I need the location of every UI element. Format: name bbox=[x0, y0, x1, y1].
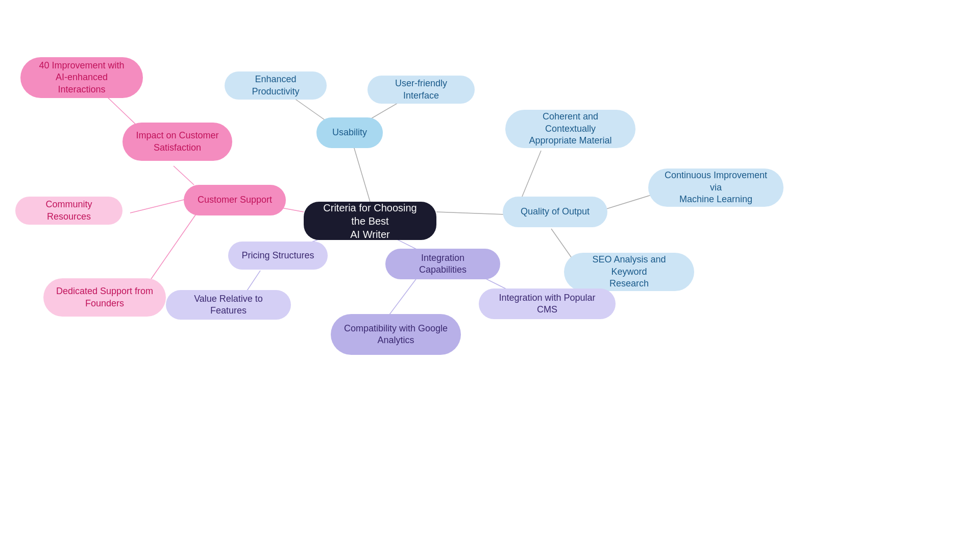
svg-line-10 bbox=[605, 194, 654, 209]
enhanced-productivity-label: Enhanced Productivity bbox=[236, 74, 315, 98]
customer-support-label: Customer Support bbox=[198, 194, 272, 206]
enhanced-productivity-node: Enhanced Productivity bbox=[225, 71, 327, 100]
seo-analysis-node: SEO Analysis and Keyword Research bbox=[564, 253, 694, 291]
ai-improvement-node: 40 Improvement with AI-enhanced Interact… bbox=[20, 57, 143, 98]
svg-line-5 bbox=[130, 199, 186, 213]
dedicated-support-label: Dedicated Support from Founders bbox=[56, 285, 153, 309]
ai-improvement-label: 40 Improvement with AI-enhanced Interact… bbox=[32, 60, 132, 95]
quality-output-label: Quality of Output bbox=[521, 206, 590, 218]
integration-cms-label: Integration with Popular CMS bbox=[490, 292, 604, 316]
impact-satisfaction-label: Impact on Customer Satisfaction bbox=[136, 130, 218, 154]
center-label: Criteria for Choosing the Best AI Writer bbox=[315, 201, 425, 241]
quality-output-node: Quality of Output bbox=[503, 197, 607, 227]
pricing-structures-label: Pricing Structures bbox=[241, 250, 314, 261]
value-relative-label: Value Relative to Features bbox=[177, 293, 280, 317]
svg-line-9 bbox=[521, 151, 541, 200]
svg-line-8 bbox=[436, 212, 505, 214]
user-friendly-node: User-friendly Interface bbox=[368, 76, 475, 104]
community-resources-node: Community Resources bbox=[15, 197, 122, 225]
svg-line-13 bbox=[388, 276, 419, 317]
value-relative-node: Value Relative to Features bbox=[166, 290, 291, 320]
pricing-structures-node: Pricing Structures bbox=[228, 242, 328, 270]
compatibility-google-node: Compatibility with Google Analytics bbox=[331, 314, 461, 355]
dedicated-support-node: Dedicated Support from Founders bbox=[43, 278, 166, 317]
coherent-material-node: Coherent and Contextually Appropriate Ma… bbox=[505, 110, 635, 148]
compatibility-google-label: Compatibility with Google Analytics bbox=[344, 323, 448, 347]
continuous-improvement-label: Continuous Improvement via Machine Learn… bbox=[659, 170, 772, 205]
customer-support-node: Customer Support bbox=[184, 185, 286, 215]
center-node: Criteria for Choosing the Best AI Writer bbox=[304, 202, 436, 240]
svg-line-11 bbox=[551, 229, 572, 258]
svg-line-4 bbox=[174, 166, 194, 185]
impact-satisfaction-node: Impact on Customer Satisfaction bbox=[122, 123, 232, 161]
integration-capabilities-label: Integration Capabilities bbox=[397, 252, 489, 276]
continuous-improvement-node: Continuous Improvement via Machine Learn… bbox=[648, 169, 783, 207]
user-friendly-label: User-friendly Interface bbox=[379, 78, 463, 102]
seo-analysis-label: SEO Analysis and Keyword Research bbox=[575, 254, 683, 290]
community-resources-label: Community Resources bbox=[27, 199, 111, 223]
integration-capabilities-node: Integration Capabilities bbox=[385, 249, 500, 279]
usability-node: Usability bbox=[316, 117, 383, 148]
integration-cms-node: Integration with Popular CMS bbox=[479, 288, 616, 319]
coherent-material-label: Coherent and Contextually Appropriate Ma… bbox=[517, 111, 624, 147]
usability-label: Usability bbox=[332, 127, 367, 138]
svg-line-6 bbox=[148, 213, 197, 283]
